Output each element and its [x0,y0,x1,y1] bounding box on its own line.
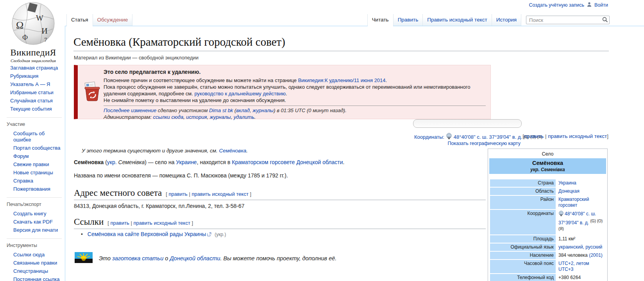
stub-notice: Это заготовка статьи о Донецкой области.… [75,252,336,265]
collapsed-map-frame [413,119,522,128]
sidebar-item-recent-changes[interactable]: Свежие правки [7,160,62,168]
hatnote-semyonovka-link[interactable]: Семёновка [219,148,247,154]
deletion-guideline-link[interactable]: руководство к дальнейшему действию [194,91,285,97]
tab-history[interactable]: История [492,14,521,26]
text: , находится в [197,159,232,165]
namespace-tabs: Статья Обсуждение [66,14,132,26]
infobox-label: Координаты [490,210,556,234]
raion-link[interactable]: Краматорский горсовет [558,197,589,208]
infobox-table: СтранаУкраина ОбластьДонецкая РайонКрама… [489,179,606,281]
show-map-link[interactable]: Показать географическую карту [448,141,521,146]
admin-delete-link[interactable]: удалить [234,114,254,120]
sidebar-item-report-error[interactable]: Сообщить об ошибке [7,129,62,144]
last-change-link[interactable]: Последнее изменение [104,107,156,113]
deletion-notice: Это село предлагается к удалению. Поясне… [74,65,491,119]
sidebar-item-permanent-link[interactable]: Постоянная ссылка [7,275,62,281]
ukraine-link[interactable]: Украине [176,159,197,165]
sidebar-item-random[interactable]: Случайная статья [10,97,65,105]
edit-link[interactable]: править [524,133,544,139]
text: У этого термина существуют и другие знач… [82,148,219,154]
separator: | [188,191,192,197]
sidebar-item-donate[interactable]: Пожертвования [7,185,62,193]
infobox: Село Семёновка укр. Семенівка СтранаУкра… [488,149,608,281]
coordinates-value-link[interactable]: 48°40'08" с. ш. 37°39'04" в. д. [454,134,522,140]
svg-text:W: W [36,14,43,22]
sidebar-item-main-page[interactable]: Заглавная страница [10,64,65,72]
edit-link[interactable]: править [168,191,187,197]
article-content: Семёновка (Краматорский городской совет)… [65,26,644,281]
search-input[interactable] [526,16,610,24]
page-edit-links: [править | править исходный текст] [522,133,608,139]
section-edit-links: [ править | править исходный текст ] [107,220,193,226]
tab-edit[interactable]: Править [393,14,423,26]
sidebar-item-printable[interactable]: Версия для печати [7,226,62,234]
sidebar-section-print-export: Печать/экспорт Создать книгу Скачать как… [7,197,62,234]
raion-link[interactable]: Краматорском горсовете Донецкой области [232,159,343,165]
text: . [246,148,248,154]
deletion-line-3: Не снимайте пометку о выставлении на уда… [104,97,486,104]
wikipedia-logo[interactable]: Ω W И Ф 7 ВикипедиЯ Свободная энциклопед… [4,1,63,63]
sidebar-item-forum[interactable]: Форум [7,152,62,160]
globe-icon[interactable] [446,133,452,141]
globe-icon[interactable] [558,212,564,218]
login-link[interactable]: Войти [594,2,608,8]
heading-text: Адрес местного совета [74,188,162,198]
infobox-row: ОбластьДонецкая [490,188,605,195]
sidebar-item-index[interactable]: Указатель А — Я [10,80,65,88]
admin-logs-link[interactable]: журналы [210,114,231,120]
text: . [286,91,287,97]
separator: | [129,220,134,226]
donetsk-oblast-link[interactable]: Донецкой области [170,255,220,261]
sidebar-item-what-links-here[interactable]: Ссылки сюда [7,251,62,259]
sidebar-item-new-pages[interactable]: Новые страницы [7,168,62,177]
infobox-value: 1,11 км² [558,236,575,242]
oblast-link[interactable]: Донецкая [558,188,580,194]
infobox-coordinates-link[interactable]: 48°40'08" с. ш. 37°39'04" в. д. [558,211,596,226]
ukrainian-lang-link[interactable]: укр. [107,159,117,165]
sidebar-item-related-changes[interactable]: Связанные правки [7,259,62,267]
stub-link[interactable]: заготовка статьи [112,255,163,261]
list-item: Семёновка на сайте Верховной рады Украин… [81,231,226,237]
tab-talk[interactable]: Обсуждение [93,14,133,26]
user-dima-link[interactable]: Dima st bk [209,107,233,113]
languages-link[interactable]: украинский, русский [558,244,602,250]
sidebar-item-rubrication[interactable]: Рубрикация [10,72,65,80]
text: . [254,114,256,120]
admin-links-here-link[interactable]: ссылки сюда [153,114,184,120]
tab-article[interactable]: Статья [66,14,93,26]
census-year-link[interactable]: (2001) [589,252,603,258]
timezone-link[interactable]: UTC+2, летом UTC+3 [558,261,589,272]
tab-bar: Статья Обсуждение Читать Править Править… [65,14,644,26]
sidebar-item-download-pdf[interactable]: Скачать как PDF [7,218,62,226]
sidebar-item-current-events[interactable]: Текущие события [10,105,65,113]
deletion-discussion-link[interactable]: Википедия:К удалению/11 июня 2014 [298,77,386,83]
sidebar-item-community-portal[interactable]: Портал сообщества [7,144,62,152]
logs-link[interactable]: журналы [252,107,274,113]
edit-link[interactable]: править [110,220,129,226]
tab-read[interactable]: Читать [367,14,393,26]
coordinates-label[interactable]: Координаты: [414,134,444,140]
edit-source-link[interactable]: править исходный текст [548,133,607,139]
create-account-link[interactable]: Создать учётную запись [529,2,584,8]
edit-source-link[interactable]: править исходный текст [192,191,249,197]
sidebar: Заглавная страница Рубрикация Указатель … [0,64,65,281]
text: ) — село на [145,159,176,165]
sidebar-item-help[interactable]: Справка [7,177,62,185]
sidebar-item-featured[interactable]: Избранные статьи [10,88,65,97]
text: ( [104,159,107,165]
infobox-label: Площадь [490,235,556,243]
contribs-link[interactable]: вклад [236,107,250,113]
sidebar-section-tools: Инструменты Ссылки сюда Связанные правки… [7,238,62,281]
search-icon[interactable] [602,17,608,24]
tab-edit-source[interactable]: Править исходный текст [422,14,491,26]
svg-text:И: И [41,26,48,36]
infobox-value: +380 6264 [558,275,581,280]
edit-source-link[interactable]: править исходный текст [134,220,190,226]
admin-history-link[interactable]: история [186,114,207,120]
notice-divider [104,106,486,106]
sidebar-section-title: Участие [7,121,62,127]
country-link[interactable]: Украина [558,180,576,186]
sidebar-item-create-book[interactable]: Создать книгу [7,209,62,218]
verkhovna-rada-link[interactable]: Семёновка на сайте Верховной рады Украин… [88,231,206,237]
sidebar-item-special-pages[interactable]: Спецстраницы [7,267,62,275]
